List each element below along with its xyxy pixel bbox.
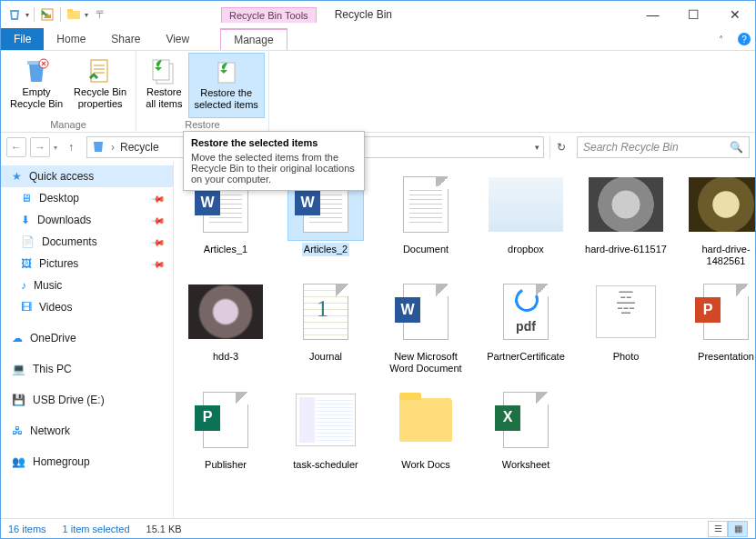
tooltip-body: Move the selected items from the Recycle…: [191, 152, 357, 185]
sidebar-homegroup[interactable]: 👥Homegroup: [1, 451, 173, 473]
sidebar-this-pc[interactable]: 💻This PC: [1, 358, 173, 380]
pictures-icon: 🖼: [21, 257, 32, 270]
tab-home[interactable]: Home: [44, 28, 98, 50]
svg-rect-5: [91, 60, 107, 82]
file-item[interactable]: hard-drive-1482561: [681, 169, 755, 267]
file-item[interactable]: hard-drive-611517: [581, 169, 670, 267]
tab-file[interactable]: File: [1, 28, 44, 50]
file-item[interactable]: hdd-3: [181, 276, 270, 374]
tooltip: Restore the selected items Move the sele…: [183, 131, 365, 191]
pin-icon: 📌: [151, 235, 166, 249]
chevron-down-icon[interactable]: ▾: [85, 11, 88, 19]
file-item[interactable]: Work Docs: [381, 384, 470, 472]
address-bar-row: ← → ▾ ↑ › Recycle ▾ ↻ Search Recycle Bin…: [1, 133, 755, 162]
pin-icon: 📌: [151, 191, 166, 205]
sidebar-videos[interactable]: 🎞Videos: [1, 296, 173, 318]
search-icon: 🔍: [730, 141, 743, 154]
file-item[interactable]: Document: [381, 169, 470, 267]
ribbon: Empty Recycle Bin Recycle Bin properties…: [1, 51, 755, 133]
recycle-bin-breadcrumb-icon: [91, 139, 106, 156]
ribbon-label: Restore all items: [146, 86, 182, 109]
file-list[interactable]: WArticles_1 WArticles_2 Document dropbox…: [174, 162, 755, 518]
search-placeholder: Search Recycle Bin: [583, 141, 679, 154]
history-dropdown-icon[interactable]: ▾: [54, 144, 57, 152]
quick-access-toolbar: ▾ ▾ 〒: [1, 6, 112, 23]
sidebar-desktop[interactable]: 🖥Desktop📌: [1, 187, 173, 209]
sidebar-network[interactable]: 🖧Network: [1, 420, 173, 442]
network-icon: 🖧: [12, 424, 23, 437]
tab-view[interactable]: View: [153, 28, 202, 50]
recycle-bin-icon[interactable]: [6, 6, 23, 23]
forward-button[interactable]: →: [30, 137, 50, 157]
empty-recycle-bin-button[interactable]: Empty Recycle Bin: [5, 53, 68, 118]
ribbon-label: Empty Recycle Bin: [10, 86, 63, 109]
status-size: 15.1 KB: [146, 524, 182, 534]
ribbon-group-manage: Manage: [5, 118, 132, 132]
tab-share[interactable]: Share: [98, 28, 153, 50]
folder-icon: [399, 398, 452, 442]
status-selected-count: 1 item selected: [63, 524, 130, 534]
videos-icon: 🎞: [21, 301, 32, 314]
file-item[interactable]: XWorksheet: [481, 384, 570, 472]
ribbon-label: Recycle Bin properties: [74, 86, 126, 109]
sidebar-quick-access[interactable]: ★Quick access: [1, 165, 173, 187]
file-item[interactable]: PPresentation: [681, 276, 755, 374]
image-thumb: [296, 394, 356, 446]
image-thumb: [489, 177, 563, 232]
icons-view-button[interactable]: ▦: [728, 521, 748, 537]
sidebar-usb-drive[interactable]: 💾USB Drive (E:): [1, 389, 173, 411]
star-icon: ★: [12, 170, 22, 183]
tooltip-title: Restore the selected items: [191, 137, 357, 148]
refresh-button[interactable]: ↻: [549, 136, 571, 158]
qat-overflow-icon[interactable]: 〒: [96, 7, 106, 23]
chevron-right-icon[interactable]: ›: [111, 141, 115, 154]
address-dropdown-icon[interactable]: ▾: [535, 143, 539, 152]
sidebar-onedrive[interactable]: ☁OneDrive: [1, 327, 173, 349]
up-button[interactable]: ↑: [61, 137, 81, 157]
restore-all-items-button[interactable]: Restore all items: [140, 53, 187, 118]
folder-qat-icon[interactable]: [66, 6, 82, 23]
context-tab-label: Recycle Bin Tools: [221, 7, 317, 23]
image-thumb: [589, 177, 663, 232]
downloads-icon: ⬇: [21, 214, 30, 226]
file-item[interactable]: ▬▬▬▬ ▬▬▬▬▬▬ ▬ ▬▬▬Photo: [581, 276, 670, 374]
file-item[interactable]: WNew Microsoft Word Document: [381, 276, 470, 374]
recycle-bin-properties-button[interactable]: Recycle Bin properties: [68, 53, 132, 118]
svg-rect-1: [67, 11, 80, 19]
pin-icon: 📌: [151, 256, 166, 271]
details-view-button[interactable]: ☰: [708, 521, 728, 537]
restore-selected-items-button[interactable]: Restore the selected items: [188, 53, 265, 118]
image-thumb: [689, 177, 755, 232]
back-button[interactable]: ←: [6, 137, 26, 157]
image-thumb: ▬▬▬▬ ▬▬▬▬▬▬ ▬ ▬▬▬: [596, 285, 656, 338]
restore-selected-icon: [212, 56, 241, 87]
help-button[interactable]: ?: [733, 28, 755, 50]
close-button[interactable]: ✕: [714, 1, 755, 28]
file-item[interactable]: dropbox: [481, 169, 570, 267]
restore-all-icon: [149, 55, 178, 86]
sidebar-pictures[interactable]: 🖼Pictures📌: [1, 253, 173, 274]
tab-manage[interactable]: Manage: [220, 28, 287, 50]
maximize-button[interactable]: ☐: [673, 1, 714, 28]
file-item[interactable]: 1Journal: [281, 276, 370, 374]
status-bar: 16 items 1 item selected 15.1 KB ☰ ▦: [1, 518, 755, 538]
sidebar-music[interactable]: ♪Music: [1, 274, 173, 296]
qat-menu-icon[interactable]: ▾: [25, 11, 29, 19]
breadcrumb-item[interactable]: Recycle: [120, 141, 159, 154]
title-bar: ▾ ▾ 〒 Recycle Bin Tools Recycle Bin — ☐ …: [1, 1, 755, 28]
search-input[interactable]: Search Recycle Bin 🔍: [577, 136, 750, 158]
file-item[interactable]: pdfPartnerCertificate: [481, 276, 570, 374]
file-item[interactable]: task-scheduler: [281, 384, 370, 472]
svg-rect-2: [67, 9, 73, 12]
image-thumb: [188, 284, 263, 339]
sidebar-downloads[interactable]: ⬇Downloads📌: [1, 209, 173, 231]
minimize-button[interactable]: —: [632, 1, 673, 28]
status-item-count: 16 items: [8, 524, 46, 534]
sidebar-documents[interactable]: 📄Documents📌: [1, 231, 173, 253]
properties-icon: [86, 55, 115, 86]
pin-icon: 📌: [151, 213, 166, 227]
properties-qat-icon[interactable]: [39, 6, 55, 23]
svg-rect-7: [153, 60, 169, 80]
ribbon-collapse-icon[interactable]: ˄: [713, 28, 728, 50]
file-item[interactable]: PPublisher: [181, 384, 270, 472]
